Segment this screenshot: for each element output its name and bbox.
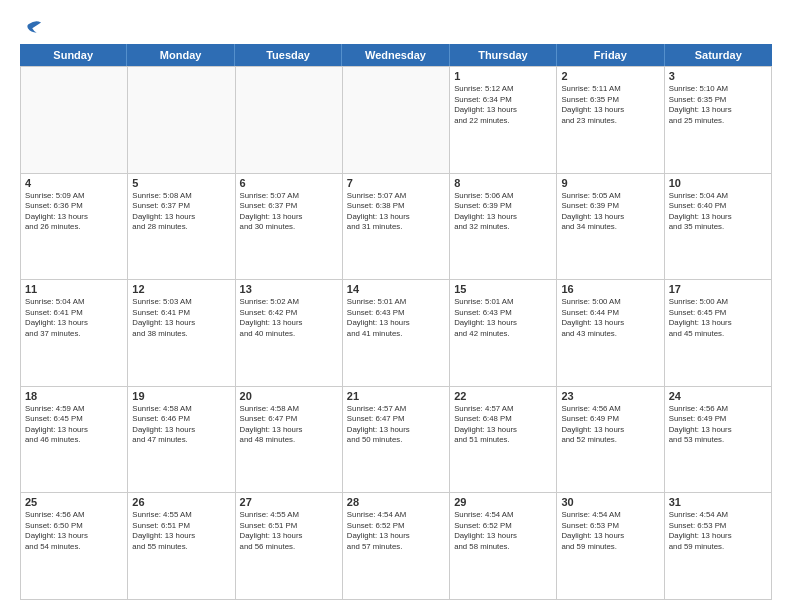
day-cell: 14Sunrise: 5:01 AM Sunset: 6:43 PM Dayli… [343,280,450,386]
day-info: Sunrise: 5:07 AM Sunset: 6:37 PM Dayligh… [240,191,338,233]
day-cell: 29Sunrise: 4:54 AM Sunset: 6:52 PM Dayli… [450,493,557,599]
day-cell: 24Sunrise: 4:56 AM Sunset: 6:49 PM Dayli… [665,387,772,493]
day-number: 8 [454,177,552,189]
day-info: Sunrise: 5:03 AM Sunset: 6:41 PM Dayligh… [132,297,230,339]
day-number: 7 [347,177,445,189]
day-cell: 5Sunrise: 5:08 AM Sunset: 6:37 PM Daylig… [128,174,235,280]
day-number: 31 [669,496,767,508]
day-cell: 1Sunrise: 5:12 AM Sunset: 6:34 PM Daylig… [450,67,557,173]
day-cell: 18Sunrise: 4:59 AM Sunset: 6:45 PM Dayli… [21,387,128,493]
day-info: Sunrise: 4:59 AM Sunset: 6:45 PM Dayligh… [25,404,123,446]
day-cell: 2Sunrise: 5:11 AM Sunset: 6:35 PM Daylig… [557,67,664,173]
day-info: Sunrise: 5:04 AM Sunset: 6:40 PM Dayligh… [669,191,767,233]
day-cell: 16Sunrise: 5:00 AM Sunset: 6:44 PM Dayli… [557,280,664,386]
day-cell: 6Sunrise: 5:07 AM Sunset: 6:37 PM Daylig… [236,174,343,280]
empty-cell [236,67,343,173]
day-cell: 3Sunrise: 5:10 AM Sunset: 6:35 PM Daylig… [665,67,772,173]
day-info: Sunrise: 4:55 AM Sunset: 6:51 PM Dayligh… [132,510,230,552]
weekday-header: Monday [127,44,234,66]
day-cell: 10Sunrise: 5:04 AM Sunset: 6:40 PM Dayli… [665,174,772,280]
day-cell: 13Sunrise: 5:02 AM Sunset: 6:42 PM Dayli… [236,280,343,386]
day-info: Sunrise: 5:04 AM Sunset: 6:41 PM Dayligh… [25,297,123,339]
day-info: Sunrise: 4:54 AM Sunset: 6:53 PM Dayligh… [669,510,767,552]
day-info: Sunrise: 5:09 AM Sunset: 6:36 PM Dayligh… [25,191,123,233]
day-number: 11 [25,283,123,295]
day-info: Sunrise: 5:08 AM Sunset: 6:37 PM Dayligh… [132,191,230,233]
empty-cell [343,67,450,173]
day-cell: 15Sunrise: 5:01 AM Sunset: 6:43 PM Dayli… [450,280,557,386]
day-cell: 27Sunrise: 4:55 AM Sunset: 6:51 PM Dayli… [236,493,343,599]
day-cell: 11Sunrise: 5:04 AM Sunset: 6:41 PM Dayli… [21,280,128,386]
day-cell: 26Sunrise: 4:55 AM Sunset: 6:51 PM Dayli… [128,493,235,599]
day-number: 10 [669,177,767,189]
day-info: Sunrise: 4:54 AM Sunset: 6:53 PM Dayligh… [561,510,659,552]
day-cell: 19Sunrise: 4:58 AM Sunset: 6:46 PM Dayli… [128,387,235,493]
day-number: 4 [25,177,123,189]
day-cell: 4Sunrise: 5:09 AM Sunset: 6:36 PM Daylig… [21,174,128,280]
day-info: Sunrise: 4:57 AM Sunset: 6:47 PM Dayligh… [347,404,445,446]
day-number: 19 [132,390,230,402]
day-info: Sunrise: 5:05 AM Sunset: 6:39 PM Dayligh… [561,191,659,233]
day-cell: 7Sunrise: 5:07 AM Sunset: 6:38 PM Daylig… [343,174,450,280]
day-cell: 20Sunrise: 4:58 AM Sunset: 6:47 PM Dayli… [236,387,343,493]
logo-bird-icon [22,18,44,40]
day-info: Sunrise: 5:12 AM Sunset: 6:34 PM Dayligh… [454,84,552,126]
calendar-row: 11Sunrise: 5:04 AM Sunset: 6:41 PM Dayli… [21,279,772,386]
day-number: 2 [561,70,659,82]
empty-cell [21,67,128,173]
weekday-header: Thursday [450,44,557,66]
day-number: 12 [132,283,230,295]
day-number: 9 [561,177,659,189]
day-number: 20 [240,390,338,402]
day-number: 13 [240,283,338,295]
day-info: Sunrise: 4:58 AM Sunset: 6:47 PM Dayligh… [240,404,338,446]
day-cell: 12Sunrise: 5:03 AM Sunset: 6:41 PM Dayli… [128,280,235,386]
day-info: Sunrise: 5:00 AM Sunset: 6:44 PM Dayligh… [561,297,659,339]
day-info: Sunrise: 4:56 AM Sunset: 6:49 PM Dayligh… [561,404,659,446]
day-number: 27 [240,496,338,508]
day-number: 17 [669,283,767,295]
day-info: Sunrise: 4:56 AM Sunset: 6:50 PM Dayligh… [25,510,123,552]
day-cell: 21Sunrise: 4:57 AM Sunset: 6:47 PM Dayli… [343,387,450,493]
day-number: 6 [240,177,338,189]
weekday-header: Friday [557,44,664,66]
calendar-row: 4Sunrise: 5:09 AM Sunset: 6:36 PM Daylig… [21,173,772,280]
day-info: Sunrise: 5:01 AM Sunset: 6:43 PM Dayligh… [347,297,445,339]
day-number: 26 [132,496,230,508]
day-number: 18 [25,390,123,402]
day-number: 1 [454,70,552,82]
day-info: Sunrise: 4:58 AM Sunset: 6:46 PM Dayligh… [132,404,230,446]
header [20,18,772,36]
calendar: SundayMondayTuesdayWednesdayThursdayFrid… [20,44,772,600]
day-number: 5 [132,177,230,189]
day-cell: 25Sunrise: 4:56 AM Sunset: 6:50 PM Dayli… [21,493,128,599]
day-cell: 17Sunrise: 5:00 AM Sunset: 6:45 PM Dayli… [665,280,772,386]
day-number: 30 [561,496,659,508]
day-cell: 22Sunrise: 4:57 AM Sunset: 6:48 PM Dayli… [450,387,557,493]
weekday-header: Wednesday [342,44,449,66]
day-cell: 23Sunrise: 4:56 AM Sunset: 6:49 PM Dayli… [557,387,664,493]
day-cell: 30Sunrise: 4:54 AM Sunset: 6:53 PM Dayli… [557,493,664,599]
logo [20,18,44,36]
day-number: 3 [669,70,767,82]
day-number: 21 [347,390,445,402]
day-info: Sunrise: 4:56 AM Sunset: 6:49 PM Dayligh… [669,404,767,446]
day-number: 14 [347,283,445,295]
day-number: 24 [669,390,767,402]
page: SundayMondayTuesdayWednesdayThursdayFrid… [0,0,792,612]
day-number: 25 [25,496,123,508]
day-info: Sunrise: 5:10 AM Sunset: 6:35 PM Dayligh… [669,84,767,126]
day-info: Sunrise: 4:54 AM Sunset: 6:52 PM Dayligh… [454,510,552,552]
day-number: 29 [454,496,552,508]
calendar-row: 1Sunrise: 5:12 AM Sunset: 6:34 PM Daylig… [21,66,772,173]
day-info: Sunrise: 5:01 AM Sunset: 6:43 PM Dayligh… [454,297,552,339]
weekday-header: Sunday [20,44,127,66]
weekday-header: Tuesday [235,44,342,66]
day-info: Sunrise: 4:54 AM Sunset: 6:52 PM Dayligh… [347,510,445,552]
day-number: 28 [347,496,445,508]
empty-cell [128,67,235,173]
day-number: 16 [561,283,659,295]
day-info: Sunrise: 4:55 AM Sunset: 6:51 PM Dayligh… [240,510,338,552]
day-info: Sunrise: 5:02 AM Sunset: 6:42 PM Dayligh… [240,297,338,339]
day-cell: 28Sunrise: 4:54 AM Sunset: 6:52 PM Dayli… [343,493,450,599]
